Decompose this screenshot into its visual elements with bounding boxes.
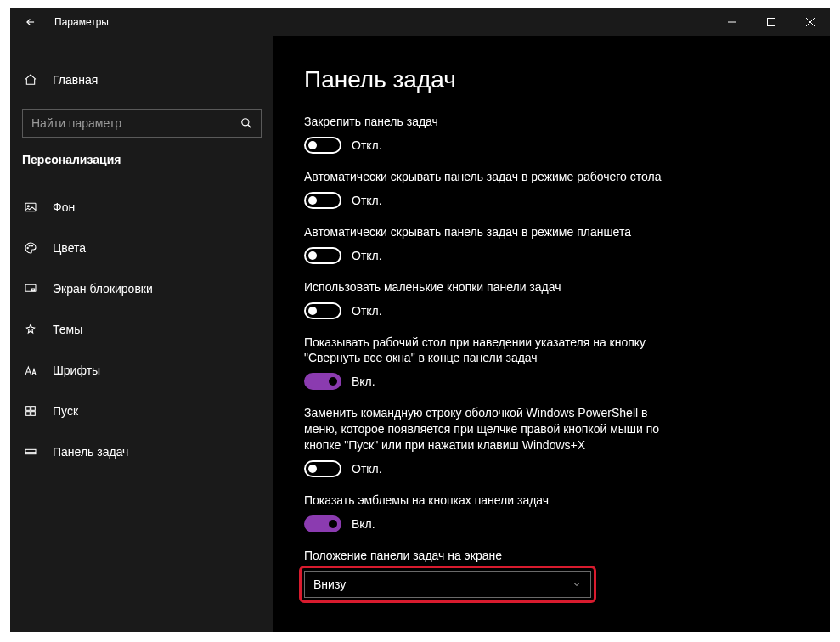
minimize-icon [728, 18, 736, 26]
toggle-state: Откл. [352, 249, 382, 262]
sidebar-item-label: Фон [53, 200, 75, 214]
svg-line-5 [248, 125, 251, 128]
close-icon [806, 18, 815, 26]
toggle-powershell[interactable] [304, 460, 341, 477]
sidebar-item-start[interactable]: Пуск [10, 391, 273, 431]
setting-powershell: Заменить командную строку оболочкой Wind… [304, 405, 796, 477]
setting-label: Показать эмблемы на кнопках панели задач [304, 493, 669, 509]
toggle-autohide-tablet[interactable] [304, 247, 341, 264]
setting-lock-taskbar: Закрепить панель задач Откл. [304, 114, 796, 154]
setting-autohide-desktop: Автоматически скрывать панель задач в ре… [304, 169, 796, 209]
svg-rect-16 [31, 412, 36, 416]
search-icon [240, 117, 252, 129]
sidebar-item-lockscreen[interactable]: Экран блокировки [10, 268, 273, 309]
home-icon [22, 73, 39, 87]
svg-point-8 [27, 247, 28, 248]
toggle-state: Откл. [352, 194, 382, 207]
titlebar: Параметры [10, 8, 830, 36]
chevron-down-icon [572, 579, 582, 589]
setting-autohide-tablet: Автоматически скрывать панель задач в ре… [304, 224, 796, 264]
sidebar-item-label: Экран блокировки [53, 282, 153, 296]
svg-rect-13 [26, 407, 31, 411]
window-body: Главная Персонализация Фон [10, 36, 830, 632]
toggle-badges[interactable] [304, 515, 341, 532]
lockscreen-icon [22, 282, 39, 296]
sidebar-item-label: Пуск [53, 404, 78, 418]
start-icon [22, 404, 39, 418]
taskbar-position-dropdown[interactable]: Внизу [304, 571, 591, 598]
toggle-state: Вкл. [352, 374, 375, 388]
svg-rect-12 [31, 289, 34, 291]
toggle-state: Откл. [352, 304, 382, 318]
svg-point-10 [31, 245, 32, 246]
setting-peek-desktop: Показывать рабочий стол при наведении ук… [304, 335, 796, 391]
palette-icon [22, 241, 39, 255]
toggle-state: Откл. [352, 138, 382, 152]
window-title: Параметры [54, 16, 109, 28]
maximize-button[interactable] [752, 8, 791, 36]
settings-window: Параметры Главная [10, 8, 830, 632]
setting-label: Закрепить панель задач [304, 114, 669, 130]
search-input[interactable] [31, 116, 240, 130]
svg-rect-6 [25, 203, 36, 211]
back-button[interactable] [17, 8, 44, 36]
toggle-state: Откл. [352, 462, 382, 476]
sidebar: Главная Персонализация Фон [10, 36, 273, 632]
close-button[interactable] [791, 8, 830, 36]
svg-rect-14 [31, 407, 36, 411]
taskbar-icon [22, 445, 39, 459]
sidebar-home[interactable]: Главная [10, 61, 273, 99]
sidebar-item-label: Цвета [53, 241, 86, 255]
arrow-left-icon [25, 16, 37, 28]
setting-label: Использовать маленькие кнопки панели зад… [304, 279, 669, 296]
content-area: Панель задач Закрепить панель задач Откл… [273, 36, 830, 632]
setting-label: Автоматически скрывать панель задач в ре… [304, 169, 669, 185]
sidebar-item-label: Шрифты [53, 363, 100, 377]
toggle-autohide-desktop[interactable] [304, 192, 341, 209]
svg-rect-15 [26, 412, 31, 416]
setting-label: Автоматически скрывать панель задач в ре… [304, 224, 669, 240]
setting-small-buttons: Использовать маленькие кнопки панели зад… [304, 279, 796, 319]
sidebar-items: Фон Цвета Экран блокировки [10, 187, 273, 472]
sidebar-item-label: Темы [53, 323, 82, 336]
sidebar-section-title: Персонализация [10, 153, 273, 178]
themes-icon [22, 323, 39, 336]
sidebar-item-themes[interactable]: Темы [10, 309, 273, 350]
sidebar-home-label: Главная [53, 73, 98, 87]
setting-label: Показывать рабочий стол при наведении ук… [304, 335, 669, 367]
search-box[interactable] [22, 109, 262, 138]
toggle-lock-taskbar[interactable] [304, 137, 341, 154]
page-title: Панель задач [304, 66, 796, 93]
svg-point-9 [29, 245, 30, 246]
fonts-icon [22, 364, 39, 376]
sidebar-item-taskbar[interactable]: Панель задач [10, 431, 273, 472]
svg-point-7 [27, 206, 29, 207]
sidebar-item-background[interactable]: Фон [10, 187, 273, 228]
svg-rect-17 [25, 449, 36, 453]
picture-icon [22, 200, 39, 214]
svg-point-4 [242, 119, 249, 126]
svg-rect-1 [768, 19, 775, 26]
sidebar-item-label: Панель задач [53, 445, 128, 459]
window-controls [713, 8, 830, 36]
setting-label: Заменить командную строку оболочкой Wind… [304, 405, 669, 453]
dropdown-value: Внизу [313, 577, 346, 591]
setting-taskbar-position: Положение панели задач на экране Внизу [304, 548, 796, 598]
minimize-button[interactable] [713, 8, 752, 36]
maximize-icon [767, 18, 775, 26]
toggle-small-buttons[interactable] [304, 302, 341, 319]
setting-badges: Показать эмблемы на кнопках панели задач… [304, 493, 796, 532]
sidebar-item-fonts[interactable]: Шрифты [10, 350, 273, 391]
toggle-state: Вкл. [352, 517, 375, 531]
toggle-peek-desktop[interactable] [304, 373, 341, 390]
setting-label: Положение панели задач на экране [304, 548, 669, 564]
sidebar-item-colors[interactable]: Цвета [10, 228, 273, 268]
